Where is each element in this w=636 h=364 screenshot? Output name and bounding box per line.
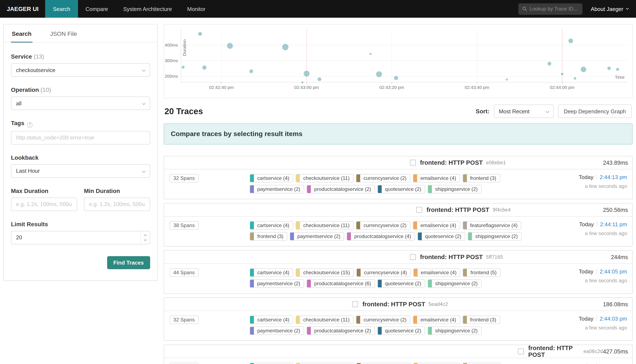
service-tag-label: paymentservice (2) <box>254 185 304 193</box>
trace-point[interactable] <box>568 38 573 43</box>
trace-card-body: 38 Spans cartservice (4)checkoutservice … <box>164 358 632 364</box>
trace-relative-time: a few seconds ago <box>579 325 627 331</box>
service-color-swatch <box>463 269 467 276</box>
trace-result-card[interactable]: frontend: HTTP POST e08ebe1 243.89ms 32 … <box>164 156 633 199</box>
trace-title[interactable]: frontend: HTTP POST <box>528 345 580 358</box>
trace-point[interactable] <box>317 77 321 81</box>
service-tag-label: currencyservice (2) <box>360 316 410 324</box>
service-tag: paymentservice (2) <box>250 185 304 194</box>
service-select[interactable]: checkoutservice <box>11 63 150 77</box>
trace-select-checkbox[interactable] <box>352 301 358 307</box>
find-traces-button[interactable]: Find Traces <box>107 256 150 269</box>
chevron-down-icon[interactable] <box>144 238 147 241</box>
service-tag: quoteservice (2) <box>378 326 425 335</box>
trace-point[interactable] <box>561 73 563 75</box>
trace-card-body: 38 Spans cartservice (4)checkoutservice … <box>164 216 632 246</box>
trace-select-checkbox[interactable] <box>417 207 422 213</box>
trace-point[interactable] <box>202 66 206 70</box>
service-tag: frontend (3) <box>250 232 287 240</box>
trace-card-header[interactable]: frontend: HTTP POST 5ff7165 244ms <box>164 251 632 264</box>
service-tag-label: shippingservice (2) <box>472 232 521 240</box>
trace-result-card[interactable]: frontend: HTTP POST ea06c2d 427.05ms 38 … <box>164 344 633 364</box>
trace-point[interactable] <box>394 76 398 80</box>
service-tag: checkoutservice (11) <box>296 316 354 324</box>
service-tag-label: shippingservice (2) <box>432 327 481 334</box>
duration-scatter-chart[interactable]: 400ms300ms200ms02:42:40 pm02:43:00 pm02:… <box>164 24 633 98</box>
trace-point[interactable] <box>282 44 288 50</box>
trace-result-card[interactable]: frontend: HTTP POST 5ff7165 244ms 44 Spa… <box>164 250 633 294</box>
nav-tab-search[interactable]: Search <box>45 0 78 18</box>
trace-point[interactable] <box>249 69 253 73</box>
trace-result-card[interactable]: frontend: HTTP POST 5ead4c2 186.08ms 32 … <box>164 298 633 341</box>
trace-title[interactable]: frontend: HTTP POST <box>420 254 483 260</box>
x-axis-title: Time <box>615 75 624 80</box>
tags-input[interactable] <box>11 131 150 144</box>
trace-select-checkbox[interactable] <box>410 254 416 260</box>
app-logo[interactable]: JAEGER UI <box>0 6 45 12</box>
trace-point[interactable] <box>370 53 372 55</box>
divider <box>596 269 597 274</box>
service-tag: currencyservice (2) <box>356 316 410 324</box>
trace-point[interactable] <box>616 68 619 71</box>
trace-point[interactable] <box>227 43 233 49</box>
trace-point[interactable] <box>301 82 303 84</box>
trace-point[interactable] <box>506 78 508 81</box>
trace-lookup-input[interactable] <box>529 6 578 12</box>
sidebar-tab-json-file[interactable]: JSON File <box>49 24 78 42</box>
service-tag-label: emailservice (4) <box>417 316 460 324</box>
service-color-swatch <box>357 269 360 276</box>
operation-select[interactable]: all <box>11 96 150 110</box>
chevron-up-icon[interactable] <box>144 234 147 237</box>
trace-point[interactable] <box>581 66 586 72</box>
y-tick-label: 400ms <box>165 42 178 48</box>
trace-point[interactable] <box>376 71 382 77</box>
max-duration-input[interactable] <box>11 198 77 211</box>
service-select-value: checkoutservice <box>16 67 55 73</box>
trace-point[interactable] <box>574 77 576 80</box>
nav-tab-monitor[interactable]: Monitor <box>180 0 213 18</box>
trace-card-body: 32 Spans cartservice (4)checkoutservice … <box>164 169 632 199</box>
service-tag-label: quoteservice (2) <box>382 327 425 334</box>
sidebar-tab-search[interactable]: Search <box>11 24 32 42</box>
trace-point[interactable] <box>607 66 611 70</box>
trace-result-card[interactable]: frontend: HTTP POST 9f4cbe4 250.56ms 38 … <box>164 203 633 246</box>
trace-card-header[interactable]: frontend: HTTP POST 9f4cbe4 250.56ms <box>164 204 632 216</box>
trace-card-header[interactable]: frontend: HTTP POST ea06c2d 427.05ms <box>164 345 632 358</box>
nav-tab-system-architecture[interactable]: System Architecture <box>116 0 179 18</box>
service-tag-label: currencyservice (2) <box>360 222 410 229</box>
trace-timestamps: Today2:44:13 pm a few seconds ago <box>579 174 628 189</box>
min-duration-label: Min Duration <box>84 187 150 194</box>
trace-point[interactable] <box>547 62 551 66</box>
trace-title[interactable]: frontend: HTTP POST <box>427 206 489 213</box>
min-duration-input[interactable] <box>84 198 150 211</box>
help-question-icon[interactable] <box>27 122 32 128</box>
scatter-plot[interactable]: 400ms300ms200ms02:42:40 pm02:43:00 pm02:… <box>164 26 632 97</box>
number-stepper[interactable] <box>140 231 150 244</box>
trace-point[interactable] <box>182 66 184 69</box>
trace-select-checkbox[interactable] <box>518 348 524 354</box>
trace-title[interactable]: frontend: HTTP POST <box>420 159 483 166</box>
about-jaeger-menu[interactable]: About Jaeger <box>591 6 628 12</box>
limit-results-input[interactable] <box>11 231 150 244</box>
divider <box>596 316 597 321</box>
trace-select-checkbox[interactable] <box>410 160 416 166</box>
deep-dependency-graph-button[interactable]: Deep Dependency Graph <box>558 104 632 118</box>
operation-label: Operation (10) <box>11 86 150 93</box>
trace-point[interactable] <box>304 70 309 76</box>
trace-card-header[interactable]: frontend: HTTP POST e08ebe1 243.89ms <box>164 156 632 169</box>
trace-title[interactable]: frontend: HTTP POST <box>363 301 425 308</box>
trace-point[interactable] <box>198 32 202 36</box>
trace-lookup-box <box>518 3 582 14</box>
service-tag: paymentservice (2) <box>250 279 304 288</box>
service-tag: paymentservice (2) <box>290 232 344 240</box>
service-tag: productcatalogservice (2) <box>306 185 375 194</box>
sort-select[interactable]: Most Recent <box>494 104 553 118</box>
service-tag: paymentservice (2) <box>250 326 304 335</box>
trace-date: Today <box>579 316 593 322</box>
trace-card-header[interactable]: frontend: HTTP POST 5ead4c2 186.08ms <box>164 298 632 311</box>
trace-date: Today <box>579 268 593 275</box>
nav-tab-compare[interactable]: Compare <box>78 0 116 18</box>
limit-results-label: Limit Results <box>11 220 150 227</box>
service-color-swatch <box>250 327 254 334</box>
lookback-select[interactable]: Last Hour <box>11 164 150 178</box>
